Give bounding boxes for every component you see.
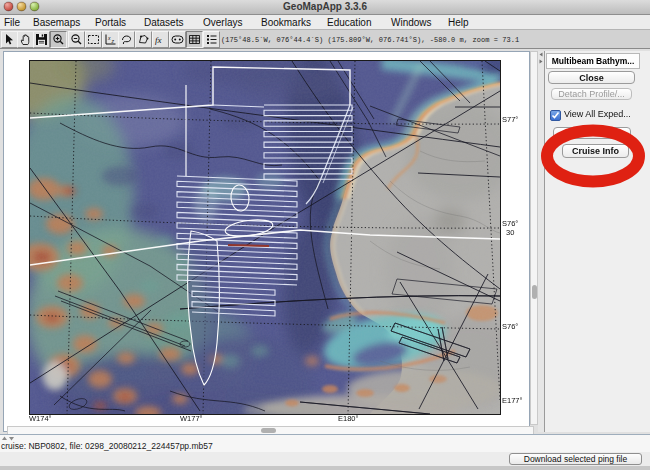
svg-text:fx: fx — [155, 35, 162, 45]
svg-text:x: x — [107, 35, 111, 41]
svg-text:z: z — [111, 38, 115, 44]
